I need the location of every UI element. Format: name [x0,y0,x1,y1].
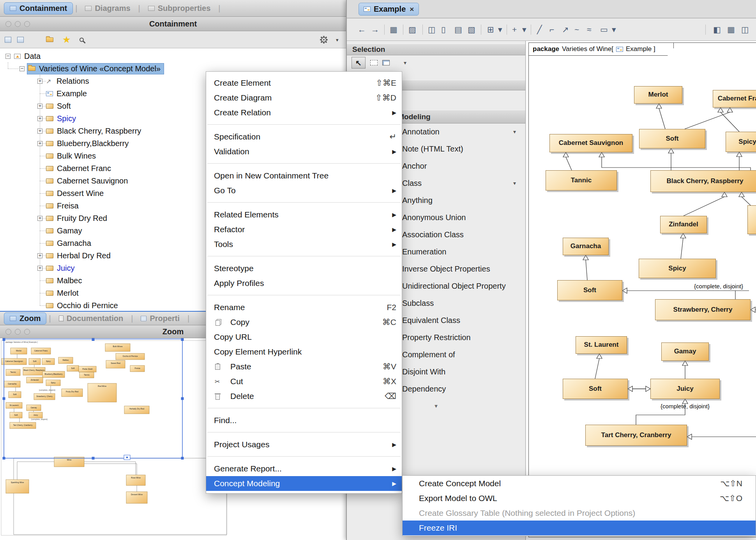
node-cabernet-franc[interactable]: Cabernet Franc [713,90,756,108]
note-tool-icon[interactable]: ▭ [600,25,608,34]
selection-handle[interactable] [181,338,184,341]
node-juicy[interactable]: Juicy [650,379,720,399]
tab-properti[interactable]: Properti [135,312,185,325]
node-soft-top[interactable]: Soft [639,129,705,148]
menu-item-generate-report-[interactable]: Generate Report...▶ [206,461,402,476]
node-edge-clipped-class[interactable] [747,205,756,234]
selection-handle[interactable] [3,338,5,341]
menu-item-validation[interactable]: Validation▶ [206,144,402,159]
menu-item-open-in-new-containment-tree[interactable]: Open in New Containment Tree [206,168,402,183]
line-tool-icon[interactable]: ╱ [537,25,542,34]
node-zinfandel[interactable]: Zinfandel [660,216,707,233]
minimize-window-icon[interactable] [15,329,21,335]
menu-item-refactor[interactable]: Refactor▶ [206,222,402,237]
pane-right-icon[interactable]: ◫ [741,25,749,34]
selection-handle[interactable] [181,397,184,400]
tab-diagrams[interactable]: Diagrams [79,2,136,14]
menu-item-copy[interactable]: Copy⌘C [206,315,402,330]
expander-plus-icon[interactable]: + [37,266,42,271]
paste-icon[interactable]: ▯ [441,25,446,34]
menu-item-related-elements[interactable]: Related Elements▶ [206,207,402,222]
favorites-icon[interactable]: ★ [62,36,71,44]
minimize-window-icon[interactable] [15,21,21,27]
forward-icon[interactable]: → [371,25,379,34]
selection-handle[interactable] [92,457,95,460]
selection-handle[interactable] [3,457,5,460]
tools-caret-icon[interactable]: ▾ [612,25,616,34]
palette-section-selection[interactable]: Selection [347,44,525,55]
maximize-window-icon[interactable] [24,329,30,335]
menu-item-copy-url[interactable]: Copy URL [206,330,402,344]
node-soft-mid[interactable]: Soft [557,280,622,300]
menu-item-specification[interactable]: Specification↵ [206,129,402,144]
tab-zoom[interactable]: Zoom [4,312,46,325]
menu-item-go-to[interactable]: Go To▶ [206,183,402,198]
tab-containment[interactable]: Containment [4,2,73,14]
menu-item-find-[interactable]: Find... [206,413,402,428]
expander-plus-icon[interactable]: + [37,116,42,121]
pane-left-icon[interactable]: ◧ [713,25,721,34]
node-tart-cherry-cranberry[interactable]: Tart Cherry, Cranberry [585,425,687,446]
maximize-window-icon[interactable] [24,21,30,27]
selection-handle[interactable] [3,397,5,400]
tab-subproperties[interactable]: Subproperties [143,2,216,14]
tab-documentation[interactable]: Documentation [53,312,129,325]
clone-icon[interactable]: ▧ [468,25,475,34]
selection-handle[interactable] [181,457,184,460]
hierarchy-icon[interactable]: ⊞ [487,25,494,34]
grid-icon[interactable]: ▦ [727,25,735,34]
node-gamay[interactable]: Gamay [661,342,709,361]
rectilinear-tool-icon[interactable]: ⌐ [549,25,554,34]
add-icon[interactable]: + [512,25,517,34]
expander-minus-icon[interactable]: − [5,54,11,59]
link-tree-icon[interactable] [5,37,11,42]
containment-panel-header[interactable]: Containment [0,17,346,31]
add-caret-icon[interactable]: ▾ [522,25,526,34]
expander-plus-icon[interactable]: + [37,141,42,146]
settings-gear-icon[interactable] [321,37,327,42]
submenu-item-create-glossary-table[interactable]: Create Glossary Table (Nothing selected … [403,506,756,521]
menu-item-stereotype[interactable]: Stereotype [206,261,402,276]
tree-item[interactable]: −Data [0,50,346,62]
close-window-icon[interactable] [5,21,11,27]
node-garnacha[interactable]: Garnacha [563,238,609,255]
containment-tree-icon[interactable]: ▦ [390,25,397,34]
close-tab-icon[interactable]: × [410,5,414,14]
window-controls[interactable] [5,329,30,335]
palette-item-caret-icon[interactable]: ▾ [513,180,516,186]
node-merlot[interactable]: Merlot [634,86,682,104]
palette-item-caret-icon[interactable]: ▾ [513,129,516,135]
back-icon[interactable]: ← [358,25,366,34]
submenu-item-export-model-to[interactable]: Export Model to OWL⌥⇧O [403,491,756,506]
zigzag-tool-icon[interactable]: ≈ [587,25,592,34]
copy-icon[interactable]: ◫ [428,25,436,34]
expander-minus-icon[interactable]: − [19,66,25,71]
menu-item-cut[interactable]: ✂Cut⌘X [206,374,402,389]
node-black-cherry-raspberry[interactable]: Black Cherry, Raspberry [650,170,756,192]
image-icon[interactable]: ▨ [408,25,416,34]
node-spicy-top[interactable]: Spicy [726,132,756,152]
node-cabernet-sauvignon[interactable]: Cabernet Sauvignon [549,134,632,152]
menu-item-rename[interactable]: RenameF2 [206,300,402,315]
sync-tree-icon[interactable] [17,37,24,42]
node-spicy-mid[interactable]: Spicy [639,259,716,278]
menu-item-paste[interactable]: Paste⌘V [206,359,402,374]
multi-select-icon[interactable] [382,60,390,65]
menu-item-apply-profiles[interactable]: Apply Profiles [206,276,402,291]
expander-plus-icon[interactable]: + [37,216,42,221]
menu-item-create-diagram[interactable]: Create Diagram⇧⌘D [206,90,402,105]
menu-item-delete[interactable]: Delete⌫ [206,389,402,404]
submenu-item-freeze-iri[interactable]: Freeze IRI [403,521,756,535]
close-window-icon[interactable] [5,329,11,335]
expander-plus-icon[interactable]: + [37,253,42,258]
node-soft-bottom[interactable]: Soft [563,379,628,399]
delete-icon[interactable]: ▤ [454,25,462,34]
expander-plus-icon[interactable]: + [37,79,42,84]
hierarchy-caret-icon[interactable]: ▾ [498,25,502,34]
marquee-select-icon[interactable] [370,60,378,65]
node-st-laurent[interactable]: St. Laurent [576,336,627,354]
menu-item-create-element[interactable]: Create Element⇧⌘E [206,76,402,90]
diagram-canvas[interactable]: package Varieties of Wine[ Example ] Mer… [526,41,756,540]
menu-item-concept-modeling[interactable]: Concept Modeling▶ [206,476,402,491]
menu-item-copy-element-hyperlink[interactable]: Copy Element Hyperlink [206,344,402,359]
